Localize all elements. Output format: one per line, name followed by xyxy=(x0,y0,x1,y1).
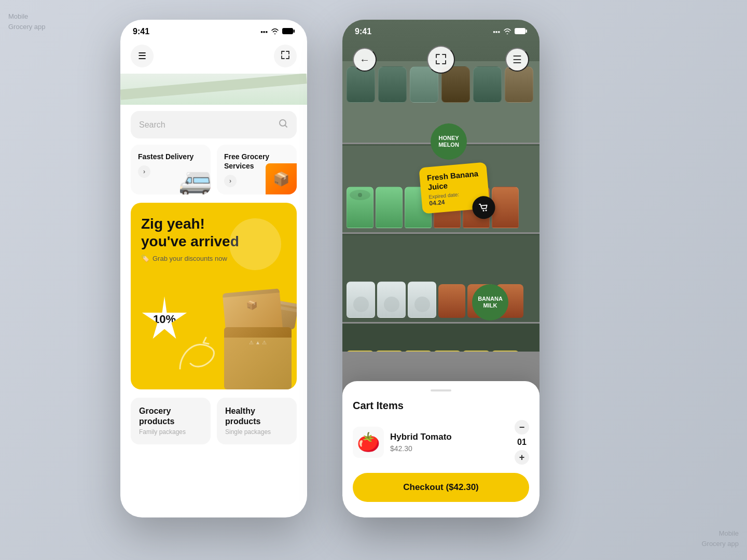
quantity-increase-button[interactable]: + xyxy=(515,450,529,465)
promo-banner[interactable]: Zig yeah! you've arrived 🏷️ Grab your di… xyxy=(131,203,297,389)
yellow-jar xyxy=(405,351,432,352)
delivery-van-icon: 🚐 xyxy=(178,164,211,194)
grocery-package-icon: 📦 xyxy=(266,163,297,194)
cart-panel-handle xyxy=(431,389,451,391)
menu-button[interactable]: ☰ xyxy=(131,45,154,67)
green-jar xyxy=(376,187,403,228)
cart-quantity-control: − 01 + xyxy=(515,420,529,465)
phone2-wifi-icon xyxy=(503,28,511,36)
svg-point-6 xyxy=(485,209,487,211)
product-label: Fresh Banana Juice Expired date: 04.24 xyxy=(419,162,490,214)
promo-subtitle-text: Grab your discounts now xyxy=(153,255,227,262)
cart-item: 🍅 Hybrid Tomato $42.30 − 01 + xyxy=(353,420,529,465)
svg-rect-4 xyxy=(526,30,528,33)
search-placeholder-text: Search xyxy=(139,120,165,130)
app-name-line2-br: Grocery app xyxy=(701,539,739,549)
shelf-row-3 xyxy=(342,235,540,324)
yellow-jar xyxy=(347,351,374,352)
phone2-status-bar: 9:41 ▪▪▪ xyxy=(342,20,540,40)
quantity-decrease-button[interactable]: − xyxy=(515,420,529,435)
back-arrow-icon: ← xyxy=(359,54,370,66)
brown-jar-small xyxy=(438,284,465,318)
healthy-products-subtitle: Single packages xyxy=(225,428,288,436)
svg-rect-3 xyxy=(515,28,525,34)
grocery-products-subtitle: Family packages xyxy=(139,428,202,436)
shelf-row-4 xyxy=(342,324,540,352)
wifi-icon xyxy=(271,28,279,36)
back-button[interactable]: ← xyxy=(353,48,377,72)
search-bar[interactable]: Search xyxy=(131,111,297,138)
phone2: 9:41 ▪▪▪ xyxy=(342,20,540,517)
app-name-line1-br: Mobile xyxy=(701,528,739,539)
phone2-navigation: ← ☰ xyxy=(342,46,540,74)
promo-headline-line2: you've arrived xyxy=(141,233,239,249)
white-jar xyxy=(347,282,375,318)
phone2-time: 9:41 xyxy=(355,27,371,36)
app-name-line2: Grocery app xyxy=(8,22,46,32)
box-main: ⚠ ▲ ⚠ xyxy=(224,327,292,389)
cart-panel: Cart Items 🍅 Hybrid Tomato $42.30 − 01 +… xyxy=(342,381,540,517)
expand-icon xyxy=(281,51,289,62)
app-name-line1: Mobile xyxy=(8,11,46,22)
banana-milk-label: BANANA MILK xyxy=(472,296,508,309)
brown-jar xyxy=(492,187,519,228)
phone1-status-icons: ▪▪▪ xyxy=(260,27,295,36)
promo-headline-line1: Zig yeah! xyxy=(141,216,205,232)
phone2-menu-button[interactable]: ☰ xyxy=(505,48,529,72)
white-jar xyxy=(377,282,406,318)
checkout-button[interactable]: Checkout ($42.30) xyxy=(353,473,529,502)
hamburger-icon: ☰ xyxy=(138,50,146,62)
cart-title: Cart Items xyxy=(353,400,529,412)
fastest-delivery-title: Fastest Delivery xyxy=(138,152,203,161)
product-categories: Grocery products Family packages Healthy… xyxy=(131,398,297,444)
fastest-delivery-card[interactable]: Fastest Delivery › 🚐 xyxy=(131,145,211,194)
cart-item-name: Hybrid Tomato xyxy=(390,432,508,442)
white-jar xyxy=(408,282,436,318)
grocery-products-title: Grocery products xyxy=(139,406,202,426)
phone2-hamburger-icon: ☰ xyxy=(513,53,522,66)
promo-boxes-visual: 📦 ⚠ ▲ ⚠ xyxy=(209,275,292,389)
watermark-bottom: Mobile Grocery app xyxy=(701,528,739,549)
search-icon xyxy=(278,118,288,131)
cart-item-info: Hybrid Tomato $42.30 xyxy=(390,432,508,453)
phone2-signal-icon: ▪▪▪ xyxy=(493,28,500,36)
svg-rect-0 xyxy=(282,28,293,34)
fastest-delivery-arrow[interactable]: › xyxy=(138,165,150,178)
ar-expand-button[interactable] xyxy=(427,46,455,74)
promo-circle-decoration xyxy=(229,218,281,270)
healthy-products-card[interactable]: Healthy products Single packages xyxy=(217,398,297,444)
svg-rect-1 xyxy=(294,30,295,33)
honey-melon-label: HONEY MELON xyxy=(431,135,467,148)
signal-icon: ▪▪▪ xyxy=(260,28,268,36)
map-area xyxy=(120,74,307,105)
yellow-jar xyxy=(376,351,403,352)
grocery-products-card[interactable]: Grocery products Family packages xyxy=(131,398,211,444)
free-grocery-arrow[interactable]: › xyxy=(224,175,237,187)
product-label-name: Fresh Banana Juice xyxy=(426,169,481,192)
banana-milk-badge: BANANA MILK xyxy=(472,284,508,320)
service-cards: Fastest Delivery › 🚐 Free GroceryService… xyxy=(131,145,297,194)
svg-point-5 xyxy=(482,210,484,212)
yellow-jar xyxy=(434,351,461,352)
phone1-status-bar: 9:41 ▪▪▪ xyxy=(120,20,307,40)
battery-icon xyxy=(282,27,295,36)
quantity-value: 01 xyxy=(517,438,527,447)
cart-item-image: 🍅 xyxy=(353,427,384,458)
watermark-top: Mobile Grocery app xyxy=(8,11,46,32)
phone2-status-icons: ▪▪▪ xyxy=(493,27,527,36)
phone1-time: 9:41 xyxy=(133,27,149,36)
phone1: 9:41 ▪▪▪ ☰ xyxy=(120,20,307,517)
green-jar xyxy=(347,187,374,228)
ar-expand-icon xyxy=(435,53,447,66)
discount-value: 10% xyxy=(153,313,176,326)
yellow-jar xyxy=(492,351,519,352)
free-grocery-card[interactable]: Free GroceryServices › 📦 xyxy=(217,145,297,194)
phone1-top-bar: ☰ xyxy=(120,40,307,74)
phone2-battery-icon xyxy=(515,27,527,36)
yellow-jar xyxy=(463,351,490,352)
tag-icon: 🏷️ xyxy=(141,255,149,262)
cart-item-price: $42.30 xyxy=(390,444,508,453)
swirl-decoration xyxy=(175,332,216,374)
honey-melon-badge: HONEY MELON xyxy=(431,123,467,160)
expand-button[interactable] xyxy=(274,45,297,67)
